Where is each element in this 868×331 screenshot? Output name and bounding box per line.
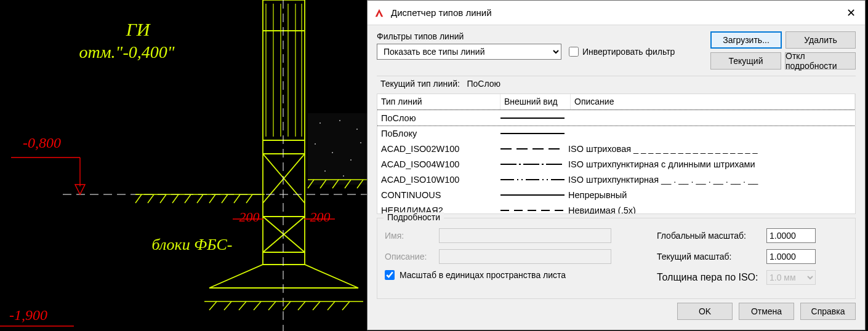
dialog-title: Диспетчер типов линий	[391, 7, 492, 18]
details-desc-label: Описание:	[385, 252, 434, 261]
svg-point-54	[324, 170, 326, 172]
row-name: ACAD_ISO02W100	[377, 142, 500, 156]
svg-line-38	[298, 301, 305, 310]
row-sample	[500, 202, 565, 214]
svg-line-27	[209, 194, 215, 203]
svg-line-29	[234, 194, 240, 203]
invert-filter-label: Инвертировать фильтр	[582, 47, 675, 57]
table-row[interactable]: ПоБлоку	[377, 126, 855, 141]
current-linetype-label: Текущий тип линий:	[380, 79, 460, 89]
row-name: ACAD_ISO10W100	[377, 172, 500, 187]
svg-line-39	[313, 301, 320, 310]
details-name-label: Имя:	[385, 231, 434, 241]
current-scale-label: Текущий масштаб:	[657, 252, 762, 261]
svg-line-30	[246, 194, 252, 203]
linetype-manager-dialog: Диспетчер типов линий ✕ Фильтры типов ли…	[367, 0, 866, 330]
row-sample	[500, 172, 565, 187]
svg-line-35	[254, 301, 261, 310]
svg-point-49	[339, 120, 340, 121]
table-row[interactable]: НЕВИДИМАЯ2Невидимая (.5x) _ _ _ _ _ _ _ …	[377, 202, 855, 214]
row-desc: Непрерывный	[565, 188, 855, 202]
row-desc: ISO штрихпунктирная с длинными штрихами	[565, 157, 855, 172]
row-sample	[500, 187, 565, 202]
row-desc	[565, 116, 855, 121]
svg-line-36	[268, 301, 276, 310]
svg-point-52	[332, 152, 333, 153]
global-scale-input[interactable]	[766, 228, 816, 243]
help-button[interactable]: Справка	[800, 303, 856, 320]
row-name: ACAD_ISO04W100	[377, 157, 500, 172]
svg-rect-0	[263, 0, 305, 252]
svg-line-21	[135, 194, 142, 203]
canvas-label-fbs: блоки ФБС-	[152, 236, 233, 253]
row-name: CONTINUOUS	[377, 188, 500, 202]
row-desc: ISO штрихпунктирная __ . __ . __ . __ . …	[565, 172, 855, 187]
svg-point-56	[360, 142, 361, 143]
svg-line-41	[342, 301, 350, 310]
svg-point-50	[356, 129, 358, 130]
toggle-details-button[interactable]: Откл подробности	[785, 52, 856, 70]
paper-scale-checkbox[interactable]: Масштаб в единицах пространства листа	[385, 270, 645, 280]
canvas-label-200b: 200	[310, 209, 331, 225]
linetype-list[interactable]: Тип линий Внешний вид Описание ПоСлоюПоБ…	[377, 94, 856, 214]
close-button[interactable]: ✕	[837, 1, 865, 25]
details-desc-input	[439, 249, 611, 264]
svg-line-26	[197, 194, 203, 203]
row-sample	[500, 156, 565, 172]
col-type[interactable]: Тип линий	[377, 94, 500, 110]
paper-scale-label: Масштаб в единицах пространства листа	[400, 270, 566, 280]
canvas-label-200a: 200	[239, 209, 260, 225]
svg-line-40	[328, 301, 335, 310]
table-row[interactable]: ACAD_ISO02W100ISO штриховая _ _ _ _ _ _ …	[377, 141, 855, 156]
ok-button[interactable]: OK	[677, 303, 733, 320]
filter-label: Фильтры типов линий	[377, 31, 703, 41]
svg-line-37	[283, 301, 291, 310]
table-row[interactable]: CONTINUOUSНепрерывный	[377, 187, 855, 202]
row-name: ПоСлою	[377, 111, 500, 126]
svg-line-25	[185, 194, 191, 203]
svg-rect-47	[308, 113, 367, 185]
svg-point-55	[343, 175, 344, 177]
svg-point-53	[350, 159, 352, 161]
delete-button[interactable]: Удалить	[786, 31, 856, 49]
svg-line-33	[224, 301, 231, 310]
row-desc	[565, 131, 855, 136]
row-sample	[500, 126, 565, 141]
col-appearance[interactable]: Внешний вид	[500, 94, 571, 110]
pen-width-select: 1.0 мм	[766, 270, 816, 285]
svg-point-51	[315, 143, 316, 145]
table-row[interactable]: ACAD_ISO10W100ISO штрихпунктирная __ . _…	[377, 172, 855, 187]
cancel-button[interactable]: Отмена	[739, 303, 794, 320]
col-description[interactable]: Описание	[571, 94, 855, 110]
svg-line-23	[160, 194, 166, 203]
table-row[interactable]: ACAD_ISO04W100ISO штрихпунктирная с длин…	[377, 156, 855, 172]
canvas-label-gi: ГИ	[126, 19, 151, 39]
details-group: Подробности Имя: Описание: Масштаб в еди…	[377, 218, 856, 299]
details-name-input	[439, 228, 611, 243]
set-current-button[interactable]: Текущий	[710, 52, 781, 70]
svg-line-22	[148, 194, 154, 203]
svg-line-24	[172, 194, 179, 203]
current-scale-input[interactable]	[766, 249, 816, 264]
close-icon: ✕	[846, 7, 856, 18]
global-scale-label: Глобальный масштаб:	[657, 231, 762, 241]
list-header: Тип линий Внешний вид Описание	[377, 94, 855, 110]
current-linetype-value: ПоСлою	[467, 79, 501, 89]
svg-line-28	[222, 194, 228, 203]
canvas-label-neg1900: -1,900	[9, 307, 47, 323]
filter-select[interactable]: Показать все типы линий	[377, 44, 561, 60]
table-row[interactable]: ПоСлою	[377, 110, 855, 126]
load-button[interactable]: Загрузить...	[710, 31, 782, 49]
titlebar[interactable]: Диспетчер типов линий ✕	[368, 1, 865, 25]
row-name: ПоБлоку	[377, 126, 500, 141]
row-sample	[500, 110, 565, 126]
details-legend: Подробности	[384, 212, 444, 222]
invert-filter-checkbox[interactable]: Инвертировать фильтр	[569, 47, 675, 57]
row-sample	[500, 141, 565, 156]
pen-width-label: Толщина пера по ISO:	[657, 272, 762, 283]
row-desc: ISO штриховая _ _ _ _ _ _ _ _ _ _ _ _ _ …	[565, 142, 855, 156]
canvas-label-otm: отм."-0,400"	[79, 42, 175, 62]
autocad-app-icon	[374, 7, 385, 18]
svg-line-32	[209, 301, 217, 310]
svg-point-48	[319, 122, 321, 124]
